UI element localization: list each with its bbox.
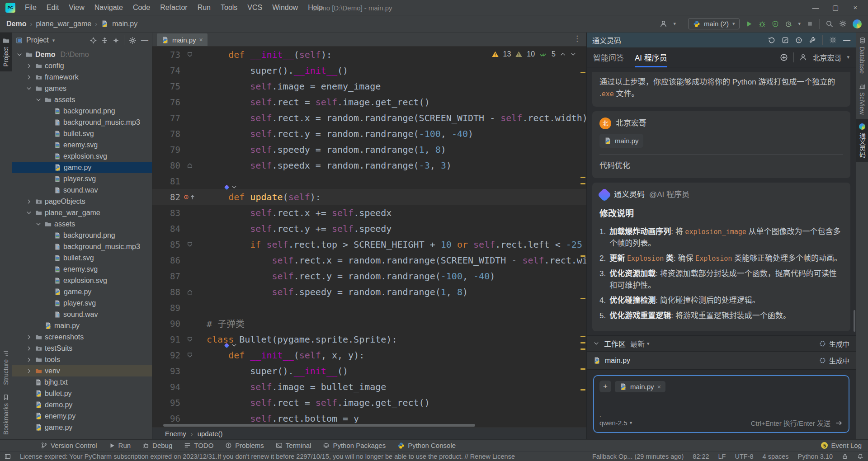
line-number[interactable]: 73 <box>152 50 182 60</box>
send-arrow-icon[interactable] <box>835 419 843 427</box>
breadcrumb-item[interactable]: Enemy <box>165 430 186 437</box>
menu-refactor[interactable]: Refactor <box>155 0 192 15</box>
code-line-79[interactable]: 79 self.speedy = random.randrange(1, 8) <box>152 141 586 157</box>
prev-problem-icon[interactable] <box>560 51 566 57</box>
tools-wrench-icon[interactable] <box>809 37 816 44</box>
line-number[interactable]: 95 <box>152 398 182 408</box>
menu-tools[interactable]: Tools <box>216 0 242 15</box>
code-line-83[interactable]: 83 self.rect.x += self.speedx <box>152 205 586 221</box>
menu-file[interactable]: File <box>20 0 42 15</box>
code-line-88[interactable]: 88 self.speedy = random.randrange(1, 8) <box>152 284 586 300</box>
code-line-82[interactable]: 82 def update(self): <box>152 189 586 205</box>
line-separator[interactable]: LF <box>718 453 726 460</box>
tool-tab-bookmarks[interactable]: Bookmarks <box>0 390 12 439</box>
tree-item-game-py[interactable]: game.py <box>12 422 152 433</box>
chat-input-box[interactable]: + main.py × . qwen-2.5▾ Ctrl+Enter 换行/En… <box>593 375 849 433</box>
tree-item-pageobjects[interactable]: pageObjects <box>12 196 152 207</box>
code-editor[interactable]: 13 10 5 73 def __init__(self):74 super()… <box>152 47 586 423</box>
tool-button-terminal[interactable]: Terminal <box>276 442 311 449</box>
chevron-right-icon[interactable] <box>25 74 33 80</box>
code-line-78[interactable]: 78 self.rect.y = random.randrange(-100, … <box>152 126 586 141</box>
profiler-button[interactable] <box>785 20 792 28</box>
indent-setting[interactable]: 4 spaces <box>763 453 789 460</box>
lock-icon[interactable] <box>842 453 848 460</box>
chevron-right-icon[interactable] <box>25 198 33 205</box>
caret-position[interactable]: 82:22 <box>693 453 709 460</box>
history-icon[interactable] <box>768 37 775 44</box>
line-number[interactable]: 88 <box>152 287 182 297</box>
tree-item-sound-wav[interactable]: ?sound.wav <box>12 184 152 196</box>
assistant-tab-active[interactable]: AI 程序员 <box>635 47 667 67</box>
minimize-panel-icon[interactable]: — <box>843 36 850 44</box>
panel-scrollbar[interactable] <box>854 310 855 332</box>
tree-item-main-py[interactable]: main.py <box>12 320 152 331</box>
fold-down-icon[interactable] <box>182 352 198 358</box>
settings-gear-icon[interactable] <box>839 20 847 28</box>
breadcrumb-item[interactable]: Demo <box>6 20 26 28</box>
remove-chip-icon[interactable]: × <box>657 383 661 390</box>
fold-down-icon[interactable] <box>182 241 198 248</box>
tree-item-tools[interactable]: tools <box>12 354 152 365</box>
tool-button-problems[interactable]: Problems <box>225 442 264 449</box>
tree-item-enemy-svg[interactable]: enemy.svg <box>12 263 152 275</box>
assistant-tab-inactive[interactable]: 智能问答 <box>593 47 624 67</box>
tree-item-bullet-svg[interactable]: bullet.svg <box>12 252 152 263</box>
tree-item-demo-py[interactable]: demo.py <box>12 399 152 410</box>
code-line-76[interactable]: 76 self.rect = self.image.get_rect() <box>152 94 586 110</box>
tree-item-explosion-svg[interactable]: explosion.svg <box>12 275 152 286</box>
tool-button-run[interactable]: Run <box>109 442 131 449</box>
run-with-coverage-button[interactable] <box>772 20 779 28</box>
code-line-75[interactable]: 75 self.image = enemy_image <box>152 78 586 94</box>
add-context-button[interactable]: + <box>599 381 611 392</box>
tool-tab-project[interactable]: Project <box>0 33 12 71</box>
menu-view[interactable]: View <box>64 0 89 15</box>
line-number[interactable]: 81 <box>152 176 182 186</box>
line-number[interactable]: 78 <box>152 129 182 139</box>
chevron-down-icon[interactable] <box>16 52 23 58</box>
account-name[interactable]: 北京宏哥 <box>812 52 841 63</box>
generated-file-row[interactable]: main.py 生成中 <box>587 352 856 370</box>
menu-window[interactable]: Window <box>267 0 303 15</box>
tree-item-explosion-svg[interactable]: explosion.svg <box>12 151 152 162</box>
line-number[interactable]: 80 <box>152 160 182 170</box>
chevron-right-icon[interactable] <box>25 357 33 363</box>
breadcrumb-item[interactable]: main.py <box>112 20 137 28</box>
fold-up-icon[interactable] <box>182 289 198 295</box>
tool-button-python-packages[interactable]: Python Packages <box>323 442 386 449</box>
tree-item-bjhg-txt[interactable]: bjhg.txt <box>12 376 152 388</box>
line-number[interactable]: 83 <box>152 208 182 218</box>
event-log-button[interactable]: 5 Event Log <box>821 442 862 449</box>
tool-button-version-control[interactable]: Version Control <box>41 442 97 449</box>
line-number[interactable]: 96 <box>152 414 182 423</box>
tree-item-background-music-mp3[interactable]: ?background_music.mp3 <box>12 117 152 128</box>
menu-run[interactable]: Run <box>193 0 216 15</box>
chevron-down-icon[interactable] <box>35 221 42 227</box>
tree-item-background-png[interactable]: background.png <box>12 230 152 241</box>
tree-item-player-svg[interactable]: player.svg <box>12 173 152 184</box>
tool-tab-database[interactable]: Database <box>856 33 868 78</box>
tool-button-todo[interactable]: TODO <box>184 442 213 449</box>
line-number[interactable]: 75 <box>152 81 182 91</box>
interpreter[interactable]: Python 3.10 <box>798 453 833 460</box>
chevron-right-icon[interactable] <box>25 334 33 340</box>
context-file-chip[interactable]: main.py × <box>615 381 665 392</box>
file-encoding[interactable]: UTF-8 <box>735 453 753 460</box>
chevron-down-icon[interactable] <box>35 97 42 103</box>
tree-item-games[interactable]: games <box>12 83 152 94</box>
user-icon[interactable] <box>660 20 667 28</box>
tree-item-bullet-py[interactable]: bullet.py <box>12 388 152 399</box>
menu-navigate[interactable]: Navigate <box>90 0 128 15</box>
code-line-74[interactable]: 74 super().__init__() <box>152 62 586 78</box>
breadcrumb-item[interactable]: update() <box>198 430 223 437</box>
tool-tab-structure[interactable]: Structure <box>0 346 12 390</box>
lingma-inline-action[interactable] <box>224 342 237 348</box>
tree-item-background-music-mp3[interactable]: ?background_music.mp3 <box>12 241 152 252</box>
tree-item-assets[interactable]: assets <box>12 94 152 105</box>
fold-down-icon[interactable] <box>182 52 198 58</box>
line-number[interactable]: 77 <box>152 113 182 123</box>
line-number[interactable]: 86 <box>152 255 182 265</box>
license-message[interactable]: License expired: Your PyCharm subscripti… <box>20 453 515 460</box>
minimize-button[interactable]: — <box>806 0 826 15</box>
line-number[interactable]: 90 <box>152 319 182 329</box>
layout-icon[interactable] <box>5 453 11 460</box>
